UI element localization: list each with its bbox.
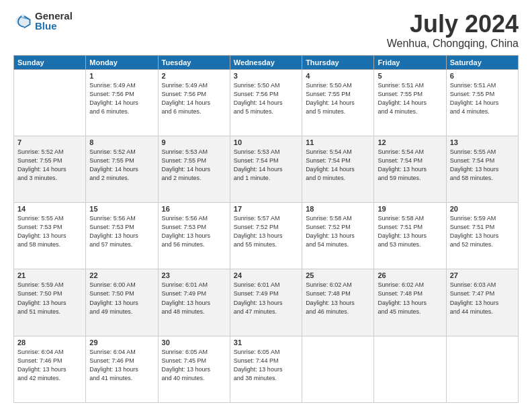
day-detail: Sunrise: 5:59 AM Sunset: 7:51 PM Dayligh… bbox=[450, 214, 515, 249]
calendar-cell: 25Sunrise: 6:02 AM Sunset: 7:48 PM Dayli… bbox=[302, 269, 374, 336]
calendar-cell: 24Sunrise: 6:01 AM Sunset: 7:49 PM Dayli… bbox=[230, 269, 302, 336]
day-header-tuesday: Tuesday bbox=[158, 55, 230, 69]
day-number: 11 bbox=[306, 138, 370, 146]
day-detail: Sunrise: 5:52 AM Sunset: 7:55 PM Dayligh… bbox=[17, 148, 82, 183]
header: General Blue July 2024 Wenhua, Chongqing… bbox=[13, 11, 519, 50]
day-number: 28 bbox=[17, 338, 82, 347]
day-detail: Sunrise: 5:54 AM Sunset: 7:54 PM Dayligh… bbox=[378, 148, 442, 183]
day-header-saturday: Saturday bbox=[446, 55, 518, 69]
location-title: Wenhua, Chongqing, China bbox=[387, 38, 519, 50]
day-number: 17 bbox=[234, 205, 298, 213]
month-title: July 2024 bbox=[387, 11, 519, 38]
day-detail: Sunrise: 6:00 AM Sunset: 7:50 PM Dayligh… bbox=[89, 281, 154, 316]
day-number: 7 bbox=[17, 138, 82, 146]
page: General Blue July 2024 Wenhua, Chongqing… bbox=[0, 0, 532, 411]
calendar-cell: 11Sunrise: 5:54 AM Sunset: 7:54 PM Dayli… bbox=[302, 136, 374, 202]
day-header-friday: Friday bbox=[374, 55, 446, 69]
calendar-cell: 13Sunrise: 5:55 AM Sunset: 7:54 PM Dayli… bbox=[446, 136, 518, 202]
day-number: 4 bbox=[306, 72, 370, 80]
day-detail: Sunrise: 6:04 AM Sunset: 7:46 PM Dayligh… bbox=[89, 348, 154, 383]
day-number: 1 bbox=[89, 72, 154, 80]
day-number: 2 bbox=[162, 72, 226, 80]
calendar-cell: 22Sunrise: 6:00 AM Sunset: 7:50 PM Dayli… bbox=[86, 269, 158, 336]
calendar-cell: 28Sunrise: 6:04 AM Sunset: 7:46 PM Dayli… bbox=[14, 336, 86, 402]
day-detail: Sunrise: 6:01 AM Sunset: 7:49 PM Dayligh… bbox=[162, 281, 226, 316]
day-detail: Sunrise: 5:51 AM Sunset: 7:55 PM Dayligh… bbox=[450, 81, 515, 116]
day-number: 21 bbox=[17, 271, 82, 279]
day-number: 6 bbox=[450, 72, 515, 80]
calendar-cell: 8Sunrise: 5:52 AM Sunset: 7:55 PM Daylig… bbox=[86, 136, 158, 202]
calendar-cell: 1Sunrise: 5:49 AM Sunset: 7:56 PM Daylig… bbox=[86, 69, 158, 136]
calendar-cell: 14Sunrise: 5:55 AM Sunset: 7:53 PM Dayli… bbox=[14, 203, 86, 269]
calendar-cell: 4Sunrise: 5:50 AM Sunset: 7:55 PM Daylig… bbox=[302, 69, 374, 136]
calendar-header-row: SundayMondayTuesdayWednesdayThursdayFrid… bbox=[14, 55, 519, 69]
logo-icon bbox=[13, 11, 32, 30]
calendar-cell bbox=[14, 69, 86, 136]
day-number: 18 bbox=[306, 205, 370, 213]
day-detail: Sunrise: 5:50 AM Sunset: 7:55 PM Dayligh… bbox=[306, 81, 370, 116]
day-header-sunday: Sunday bbox=[14, 55, 86, 69]
logo-blue: Blue bbox=[35, 21, 73, 31]
day-number: 10 bbox=[234, 138, 298, 146]
day-detail: Sunrise: 5:58 AM Sunset: 7:52 PM Dayligh… bbox=[306, 214, 370, 249]
day-number: 27 bbox=[450, 271, 515, 279]
day-number: 12 bbox=[378, 138, 442, 146]
calendar-cell bbox=[302, 336, 374, 402]
day-number: 15 bbox=[89, 205, 154, 213]
day-detail: Sunrise: 5:58 AM Sunset: 7:51 PM Dayligh… bbox=[378, 214, 442, 249]
calendar-cell: 27Sunrise: 6:03 AM Sunset: 7:47 PM Dayli… bbox=[446, 269, 518, 336]
calendar-cell bbox=[374, 336, 446, 402]
day-detail: Sunrise: 5:50 AM Sunset: 7:56 PM Dayligh… bbox=[234, 81, 298, 116]
day-number: 9 bbox=[162, 138, 226, 146]
day-number: 20 bbox=[450, 205, 515, 213]
day-detail: Sunrise: 5:56 AM Sunset: 7:53 PM Dayligh… bbox=[162, 214, 226, 249]
calendar-cell: 9Sunrise: 5:53 AM Sunset: 7:55 PM Daylig… bbox=[158, 136, 230, 202]
logo-text: General Blue bbox=[35, 11, 73, 31]
day-detail: Sunrise: 5:59 AM Sunset: 7:50 PM Dayligh… bbox=[17, 281, 82, 316]
title-block: July 2024 Wenhua, Chongqing, China bbox=[387, 11, 519, 50]
day-number: 3 bbox=[234, 72, 298, 80]
day-detail: Sunrise: 6:02 AM Sunset: 7:48 PM Dayligh… bbox=[378, 281, 442, 316]
day-detail: Sunrise: 6:04 AM Sunset: 7:46 PM Dayligh… bbox=[17, 348, 82, 383]
logo: General Blue bbox=[13, 11, 73, 31]
day-number: 29 bbox=[89, 338, 154, 347]
day-detail: Sunrise: 5:56 AM Sunset: 7:53 PM Dayligh… bbox=[89, 214, 154, 249]
calendar-cell: 12Sunrise: 5:54 AM Sunset: 7:54 PM Dayli… bbox=[374, 136, 446, 202]
day-detail: Sunrise: 5:49 AM Sunset: 7:56 PM Dayligh… bbox=[162, 81, 226, 116]
logo-general: General bbox=[35, 11, 73, 21]
calendar-cell bbox=[446, 336, 518, 402]
calendar-cell: 6Sunrise: 5:51 AM Sunset: 7:55 PM Daylig… bbox=[446, 69, 518, 136]
calendar-cell: 10Sunrise: 5:53 AM Sunset: 7:54 PM Dayli… bbox=[230, 136, 302, 202]
day-detail: Sunrise: 5:55 AM Sunset: 7:54 PM Dayligh… bbox=[450, 148, 515, 183]
day-detail: Sunrise: 5:52 AM Sunset: 7:55 PM Dayligh… bbox=[89, 148, 154, 183]
calendar-cell: 2Sunrise: 5:49 AM Sunset: 7:56 PM Daylig… bbox=[158, 69, 230, 136]
calendar-cell: 20Sunrise: 5:59 AM Sunset: 7:51 PM Dayli… bbox=[446, 203, 518, 269]
day-detail: Sunrise: 6:02 AM Sunset: 7:48 PM Dayligh… bbox=[306, 281, 370, 316]
calendar-cell: 15Sunrise: 5:56 AM Sunset: 7:53 PM Dayli… bbox=[86, 203, 158, 269]
day-number: 8 bbox=[89, 138, 154, 146]
calendar-cell: 17Sunrise: 5:57 AM Sunset: 7:52 PM Dayli… bbox=[230, 203, 302, 269]
calendar-cell: 16Sunrise: 5:56 AM Sunset: 7:53 PM Dayli… bbox=[158, 203, 230, 269]
day-header-wednesday: Wednesday bbox=[230, 55, 302, 69]
day-number: 19 bbox=[378, 205, 442, 213]
day-number: 14 bbox=[17, 205, 82, 213]
day-detail: Sunrise: 5:54 AM Sunset: 7:54 PM Dayligh… bbox=[306, 148, 370, 183]
calendar-week-row: 7Sunrise: 5:52 AM Sunset: 7:55 PM Daylig… bbox=[14, 136, 519, 202]
day-number: 25 bbox=[306, 271, 370, 279]
calendar-cell: 30Sunrise: 6:05 AM Sunset: 7:45 PM Dayli… bbox=[158, 336, 230, 402]
day-number: 5 bbox=[378, 72, 442, 80]
day-header-thursday: Thursday bbox=[302, 55, 374, 69]
day-detail: Sunrise: 5:51 AM Sunset: 7:55 PM Dayligh… bbox=[378, 81, 442, 116]
calendar-cell: 5Sunrise: 5:51 AM Sunset: 7:55 PM Daylig… bbox=[374, 69, 446, 136]
day-number: 22 bbox=[89, 271, 154, 279]
day-detail: Sunrise: 5:55 AM Sunset: 7:53 PM Dayligh… bbox=[17, 214, 82, 249]
day-number: 26 bbox=[378, 271, 442, 279]
day-number: 30 bbox=[162, 338, 226, 347]
calendar-cell: 3Sunrise: 5:50 AM Sunset: 7:56 PM Daylig… bbox=[230, 69, 302, 136]
calendar-week-row: 1Sunrise: 5:49 AM Sunset: 7:56 PM Daylig… bbox=[14, 69, 519, 136]
calendar-week-row: 21Sunrise: 5:59 AM Sunset: 7:50 PM Dayli… bbox=[14, 269, 519, 336]
calendar-cell: 23Sunrise: 6:01 AM Sunset: 7:49 PM Dayli… bbox=[158, 269, 230, 336]
day-header-monday: Monday bbox=[86, 55, 158, 69]
day-number: 23 bbox=[162, 271, 226, 279]
day-number: 13 bbox=[450, 138, 515, 146]
